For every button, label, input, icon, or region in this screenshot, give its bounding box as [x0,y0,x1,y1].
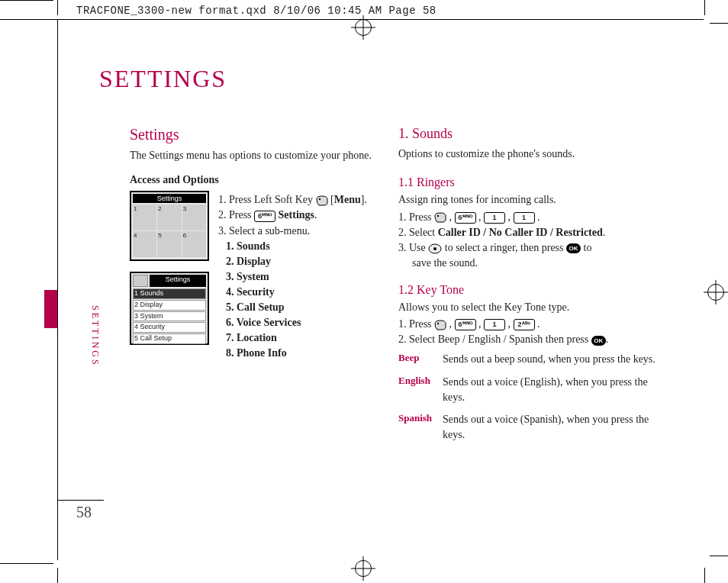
page-guide [0,19,704,20]
svg-point-4 [437,323,439,324]
crop-mark [0,0,53,1]
step-text: to [584,242,592,253]
keypad-6-icon: 6ᴹᴺᴼ [455,319,476,330]
keytone-desc: Sends out a voice (English), when you pr… [443,375,658,404]
step-text: 2. Press [218,209,254,221]
step-text: . [606,333,609,345]
crop-mark [704,0,705,15]
keytone-table: Beep Sends out a beep sound, when you pr… [398,352,658,442]
thumb-list-item: 5 Call Setup [133,333,206,344]
ringers-step-3: 3. Use to select a ringer, then press OK… [398,242,658,254]
intro-text: The Settings menu has options to customi… [130,148,389,163]
submenu-item: 4. Security [226,286,389,298]
thumb-title: Settings [150,275,206,287]
keypad-1-icon: 1 [484,319,505,330]
thumb-cell: 1 [133,205,156,230]
right-column: 1. Sounds Options to customize the phone… [398,126,658,442]
step-text: 1. Press [398,211,434,223]
step-text: . [314,209,317,221]
left-soft-key-icon [316,195,328,206]
thumb-cell: 3 [182,205,206,230]
screenshot-thumb-grid: Settings 1 2 3 4 5 6 [130,191,209,261]
step-text: to select a ringer, then press [445,242,566,253]
step-text: 2. Select Beep / English / Spanish then … [398,333,591,345]
nav-key-icon [428,243,442,254]
submenu-item: 2. Display [226,256,389,268]
settings-label: Settings [279,209,314,221]
heading-sounds: 1. Sounds [398,126,658,142]
step-text: , [446,318,455,330]
registration-mark-icon [355,560,372,577]
crop-mark [710,23,728,24]
thumb-list-item: 3 System [133,311,206,322]
left-soft-key-icon [434,320,446,330]
left-soft-key-icon [434,212,446,223]
submenu-item: 3. System [226,271,389,283]
keytone-desc: Sends out a voice (Spanish), when you pr… [443,412,658,442]
step-3: 3. Select a sub-menu. [218,225,389,237]
keytone-step-1: 1. Press , 6ᴹᴺᴼ , 1 , 2ᴬᴮᶜ . [398,318,658,330]
left-column: Settings The Settings menu has options t… [130,126,389,362]
submenu-item: 6. Voice Services [226,317,389,329]
keypad-1-icon: 1 [484,212,505,224]
step-text: , [505,211,514,223]
thumb-title: Settings [133,194,206,203]
page-guide [57,19,58,560]
ok-key-icon: OK [591,336,606,346]
keypad-6-icon: 6ᴹᴺᴼ [455,212,476,224]
crop-mark [57,0,58,15]
thumb-cell: 2 [157,205,181,230]
step-1: 1. Press Left Soft Key [Menu]. [218,194,389,206]
step-text: ]. [361,194,367,205]
step-text: , [476,318,485,330]
registration-mark-icon [707,284,724,301]
submenu-list: 1. Sounds 2. Display 3. System 4. Securi… [218,240,389,359]
step-2: 2. Press 6ᴹᴺᴼ Settings. [218,209,389,221]
keypad-2-icon: 2ᴬᴮᶜ [514,319,535,330]
submenu-item: 5. Call Setup [226,301,389,314]
menu-label: Menu [334,194,361,205]
heading-keytone: 1.2 Key Tone [398,283,658,297]
keytone-label: Spanish [398,412,443,442]
ringers-step-2: 2. Select Caller ID / No Caller ID / Res… [398,227,658,239]
step-bold: Caller ID / No Caller ID / Restricted [438,227,603,238]
thumb-list-item: 1 Sounds [133,288,206,299]
step-text: . [535,211,540,223]
step-text: , [476,211,485,223]
step-text: 1. Press [398,318,434,330]
step-text: 3. Use [398,242,428,253]
sounds-intro: Options to customize the phone's sounds. [398,147,658,162]
step-text: , [505,318,514,330]
thumb-cell: 5 [157,231,181,257]
ok-key-icon: OK [566,243,581,253]
submenu-item: 1. Sounds [226,240,389,253]
submenu-item: 8. Phone Info [226,347,389,359]
crop-mark [57,568,58,583]
page-number-rule [58,500,104,501]
step-text: . [603,227,606,238]
prepress-header: TRACFONE_3300-new format.qxd 8/10/06 10:… [76,5,436,17]
step-text: . [535,318,540,330]
keytone-intro: Allows you to select the Key Tone type. [398,300,658,315]
step-text: 2. Select [398,227,438,238]
ringers-step-3-cont: save the sound. [412,257,658,269]
crop-mark [710,556,728,556]
keytone-label: Beep [398,352,443,367]
svg-point-0 [318,198,320,200]
keypad-1-icon: 1 [514,212,535,224]
thumb-cell: 4 [133,231,156,257]
ringers-step-1: 1. Press , 6ᴹᴺᴼ , 1 , 1 . [398,211,658,224]
keytone-step-2: 2. Select Beep / English / Spanish then … [398,333,658,346]
thumb-list-item: 4 Security [133,322,206,333]
heading-settings: Settings [130,126,389,143]
keytone-desc: Sends out a beep sound, when you press t… [443,352,658,367]
crop-mark [0,563,53,564]
crop-mark [704,568,705,583]
thumb-list-item: 2 Display [133,300,206,311]
svg-point-3 [433,247,436,250]
ringers-intro: Assign ring tones for incoming calls. [398,192,658,208]
access-heading: Access and Options [130,174,389,186]
step-text: , [446,211,455,223]
step-text: 1. Press Left Soft Key [218,194,316,205]
page-number: 58 [76,504,92,521]
